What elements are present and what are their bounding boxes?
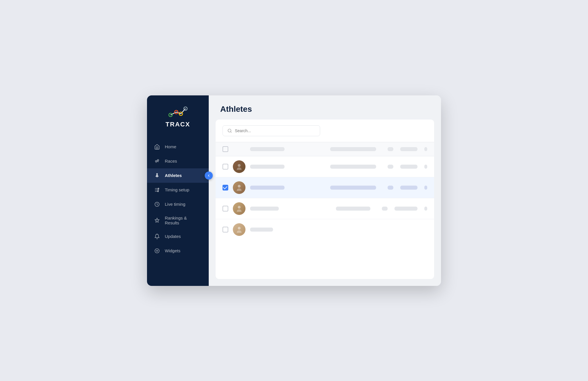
table-row [216,177,434,198]
svg-point-14 [158,189,159,190]
athlete-detail-skel [330,165,376,169]
athlete-md-skel [400,165,417,169]
athlete-detail-skel [336,207,370,211]
sidebar-item-label-athletes: Athletes [165,173,182,178]
row-2-checkbox[interactable] [223,185,228,190]
sidebar-item-label-widgets: Widgets [165,248,180,253]
sidebar-item-rankings[interactable]: Rankings & Results [147,211,209,229]
svg-line-22 [231,132,231,132]
live-timing-icon [154,201,160,207]
main-content: Athletes [209,95,441,286]
updates-icon [154,233,160,240]
athlete-name-skel [250,186,285,190]
rankings-icon [154,217,160,224]
athlete-sm-skel [388,186,393,190]
athlete-md-skel [400,186,417,190]
sidebar-item-label-home: Home [165,144,176,149]
sidebar-item-races[interactable]: Races [147,154,209,168]
row-4-checkbox[interactable] [223,227,228,232]
athlete-sm-skel [388,165,393,169]
tracx-logo-icon [167,105,189,119]
page-title: Athletes [220,105,430,114]
sidebar-item-label-timing-setup: Timing setup [165,187,189,192]
athletes-icon [154,172,160,179]
table-row [216,142,434,156]
nav-list: Home Races [147,135,209,286]
search-input-wrap [223,125,320,136]
sidebar-item-label-live-timing: Live timing [165,202,185,207]
col-header-chevron [424,147,427,151]
table-row [216,219,434,240]
logo-area: TRACX [147,95,209,135]
athlete-name-skel [250,207,279,211]
athlete-name-skel [250,228,273,232]
athletes-table [216,142,434,279]
sidebar-item-athletes[interactable]: Athletes [147,168,209,183]
row-1-checkbox[interactable] [223,164,228,170]
sidebar-item-label-rankings: Rankings & Results [165,215,202,225]
athlete-name-skel [250,165,285,169]
svg-point-23 [238,164,241,167]
svg-line-2 [181,109,185,114]
athlete-chevron-skel [424,165,427,169]
avatar [233,223,245,236]
page-header: Athletes [209,95,441,120]
races-icon [154,158,160,164]
table-row [216,198,434,219]
avatar [233,181,245,194]
table-row [216,156,434,177]
col-header-sm1 [388,147,393,151]
sidebar-item-live-timing[interactable]: Live timing [147,197,209,211]
avatar [233,160,245,173]
sidebar-item-home[interactable]: Home [147,140,209,154]
athlete-detail-skel [330,186,376,190]
svg-point-25 [238,206,241,209]
col-header-name [250,147,285,151]
sidebar-collapse-button[interactable] [205,172,213,180]
col-header-md1 [400,147,417,151]
app-container: TRACX Home [147,95,441,286]
logo-text: TRACX [166,121,190,128]
home-icon [154,144,160,150]
widgets-icon [154,248,160,254]
search-icon [227,128,232,133]
search-bar [216,120,434,142]
search-input[interactable] [235,128,315,133]
sidebar-item-label-updates: Updates [165,234,181,239]
athlete-md-skel [394,207,417,211]
header-checkbox[interactable] [223,146,228,152]
svg-point-26 [238,227,241,230]
athlete-chevron-skel [424,207,427,211]
athlete-chevron-skel [424,186,427,190]
sidebar-item-widgets[interactable]: Widgets [147,244,209,258]
athlete-sm-skel [382,207,388,211]
sidebar-item-label-races: Races [165,159,177,163]
timing-setup-icon [154,187,160,193]
svg-point-9 [156,173,157,174]
row-3-checkbox[interactable] [223,206,228,211]
avatar [233,202,245,215]
content-card [216,120,434,279]
sidebar-item-timing-setup[interactable]: Timing setup [147,183,209,197]
svg-point-24 [238,185,241,188]
sidebar-item-updates[interactable]: Updates [147,229,209,244]
col-header-mid [330,147,376,151]
sidebar: TRACX Home [147,95,209,286]
